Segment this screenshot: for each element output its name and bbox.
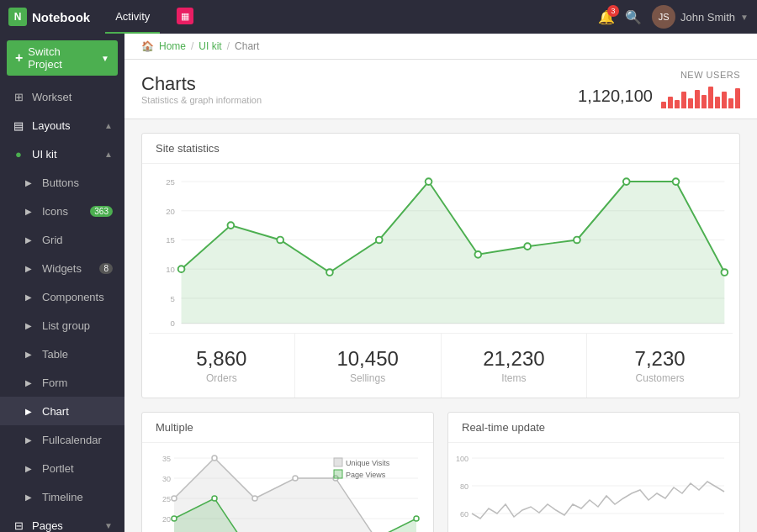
sidebar-label-fullcalendar: Fullcalendar <box>42 434 113 446</box>
brand-label: Notebook <box>32 10 90 24</box>
stat-customers-value: 7,230 <box>601 347 719 371</box>
svg-text:1: 1 <box>229 328 233 330</box>
svg-text:30: 30 <box>162 475 171 483</box>
stat-customers-label: Customers <box>601 372 719 384</box>
chevron-right-icon: ▶ <box>22 347 35 361</box>
chevron-right-icon: ▶ <box>22 204 35 218</box>
grid-icon: ⊞ <box>12 90 25 103</box>
sidebar-label-workset: Workset <box>32 91 113 103</box>
navbar: N Notebook Activity ▦ 🔔 3 🔍 JS John Smit… <box>0 0 757 34</box>
mini-bar-chart <box>661 83 740 108</box>
svg-point-31 <box>474 251 481 258</box>
content: 🏠 Home / UI kit / Chart Charts Statistic… <box>124 34 757 532</box>
chevron-up-icon2: ▲ <box>104 150 113 159</box>
widgets-badge: 8 <box>99 263 113 274</box>
mini-bar <box>681 92 686 108</box>
mini-bar <box>695 90 700 108</box>
search-btn[interactable]: 🔍 <box>625 9 642 25</box>
chevron-right-icon: ▶ <box>22 490 35 503</box>
plus-icon: + <box>15 50 23 66</box>
sidebar-item-chart[interactable]: ▶ Chart <box>0 397 124 425</box>
stat-orders: 5,860 Orders <box>149 334 295 398</box>
sidebar-item-widgets[interactable]: ▶ Widgets 8 <box>0 254 124 282</box>
multiple-chart-header: Multiple <box>142 413 433 443</box>
realtime-chart-card: Real-time update 100 80 <box>447 412 740 532</box>
svg-text:4: 4 <box>377 328 382 330</box>
site-statistics-chart: 25 20 15 10 5 0 0 1 2 3 4 5 6 <box>149 171 733 330</box>
sidebar-item-workset[interactable]: ⊞ Workset <box>0 82 124 111</box>
sidebar-item-layouts[interactable]: ▤ Layouts ▲ <box>0 111 124 140</box>
svg-point-32 <box>524 243 531 250</box>
svg-text:3: 3 <box>327 328 331 330</box>
sidebar-item-timeline[interactable]: ▶ Timeline <box>0 482 124 511</box>
svg-text:7: 7 <box>525 328 529 330</box>
sidebar-item-buttons[interactable]: ▶ Buttons <box>0 168 124 197</box>
new-users-label: NEW USERS <box>680 70 740 80</box>
svg-point-33 <box>574 237 580 244</box>
svg-point-29 <box>376 237 383 244</box>
svg-point-60 <box>172 496 177 501</box>
sidebar-item-pages[interactable]: ⊟ Pages ▼ <box>0 511 124 532</box>
chevron-right-icon: ▶ <box>22 176 35 189</box>
sidebar-label-buttons: Buttons <box>42 176 113 189</box>
sidebar-item-components[interactable]: ▶ Components <box>0 282 124 311</box>
svg-marker-24 <box>182 182 725 324</box>
home-icon: 🏠 <box>141 40 154 52</box>
svg-point-61 <box>212 456 217 461</box>
breadcrumb-current: Chart <box>235 40 259 52</box>
sidebar-item-fullcalendar[interactable]: ▶ Fullcalendar <box>0 425 124 454</box>
stat-items: 21,230 Items <box>442 334 588 398</box>
stat-sellings-value: 10,450 <box>309 347 427 371</box>
mini-bar <box>668 97 673 108</box>
sidebar-label-portlet: Portlet <box>42 462 113 475</box>
breadcrumb-uikit[interactable]: UI kit <box>199 40 221 52</box>
chevron-right-icon: ▶ <box>22 290 35 303</box>
notification-badge: 3 <box>607 5 619 17</box>
user-menu[interactable]: JS John Smith ▼ <box>652 5 749 29</box>
mini-bar <box>688 98 693 108</box>
sidebar-item-form[interactable]: ▶ Form <box>0 368 124 397</box>
svg-point-36 <box>722 269 728 276</box>
stat-orders-value: 5,860 <box>162 347 281 371</box>
stat-sellings-label: Sellings <box>309 372 427 384</box>
pages-icon: ⊟ <box>12 519 25 532</box>
sidebar-item-listgroup[interactable]: ▶ List group <box>0 311 124 340</box>
navbar-right: 🔔 3 🔍 JS John Smith ▼ <box>598 5 749 29</box>
svg-point-68 <box>172 516 177 521</box>
brand-icon: N <box>8 8 27 26</box>
svg-point-63 <box>293 476 298 481</box>
mini-bar <box>661 102 666 108</box>
sidebar-label-components: Components <box>42 291 113 303</box>
sidebar-item-grid[interactable]: ▶ Grid <box>0 225 124 254</box>
sidebar-label-listgroup: List group <box>42 319 113 332</box>
mini-bar <box>728 98 733 108</box>
sidebar-label-layouts: Layouts <box>32 119 98 132</box>
chevron-right-icon: ▶ <box>22 404 35 418</box>
calendar-icon: ▦ <box>177 8 193 24</box>
switch-project-label: Switch Project <box>28 45 96 71</box>
svg-point-35 <box>673 178 680 185</box>
notifications-btn[interactable]: 🔔 3 <box>598 9 615 25</box>
tab-activity[interactable]: Activity <box>105 0 160 34</box>
sidebar-item-icons[interactable]: ▶ Icons 363 <box>0 197 124 225</box>
chevron-right-icon: ▶ <box>22 376 35 389</box>
sidebar-item-portlet[interactable]: ▶ Portlet <box>0 454 124 482</box>
sidebar-item-table[interactable]: ▶ Table <box>0 340 124 368</box>
sidebar-label-icons: Icons <box>42 205 83 218</box>
content-body: Site statistics 25 20 15 <box>124 119 757 532</box>
switch-project-btn[interactable]: + Switch Project ▼ <box>7 40 118 76</box>
svg-text:60: 60 <box>460 510 468 519</box>
sidebar-label-widgets: Widgets <box>42 262 93 275</box>
svg-text:5: 5 <box>170 294 174 303</box>
svg-rect-75 <box>334 458 342 466</box>
sidebar-item-uikit[interactable]: ● UI kit ▲ <box>0 140 124 168</box>
mini-bar <box>735 88 740 108</box>
chevron-down-icon: ▼ <box>104 521 113 530</box>
svg-point-62 <box>252 496 257 501</box>
breadcrumb-home[interactable]: Home <box>159 40 186 52</box>
sidebar-label-pages: Pages <box>32 519 98 532</box>
svg-text:25: 25 <box>166 177 175 187</box>
tab-calendar[interactable]: ▦ <box>167 0 207 34</box>
chevron-right-icon: ▶ <box>22 461 35 475</box>
svg-text:2: 2 <box>278 328 282 330</box>
